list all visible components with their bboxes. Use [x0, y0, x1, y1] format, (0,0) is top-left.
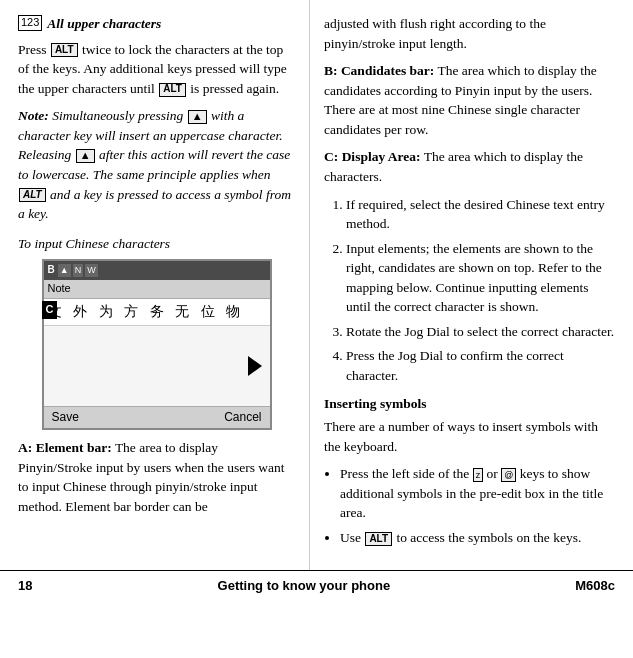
screen-note-label: Note	[48, 282, 71, 294]
main-content: 123 All upper characters Press ALT twice…	[0, 0, 633, 570]
shift-key-2: ▲	[76, 149, 95, 163]
inserting-symbols-heading: Inserting symbols	[324, 394, 615, 414]
chinese-char-bar: 文 外 为 方 务 无 位 物	[44, 299, 270, 326]
section-title: All upper characters	[47, 14, 161, 34]
section-body: Press ALT twice to lock the characters a…	[18, 40, 295, 99]
alt-key-badge: ALT	[51, 43, 78, 57]
step-1: If required, select the desired Chinese …	[346, 195, 615, 234]
steps-list: If required, select the desired Chinese …	[324, 195, 615, 386]
note-text-1: Simultaneously pressing	[49, 108, 184, 123]
footer-page-number: 18	[18, 577, 32, 596]
bullet-1-text-before: Press the left side of the	[340, 466, 469, 481]
cancel-label: Cancel	[224, 409, 261, 426]
toolbar-icons: ▲ N W	[58, 264, 98, 277]
press-label: Press	[18, 42, 47, 57]
a-title: Element bar:	[36, 440, 112, 455]
bullet-2-text-before: Use	[340, 530, 361, 545]
phone-screen-wrapper: B ▲ N W Note 文 外 为	[18, 259, 295, 430]
c-title: Display Area:	[342, 149, 421, 164]
toolbar-icon-note: N	[73, 264, 84, 277]
c-badge: C	[42, 301, 58, 319]
bullet-1-or: or	[487, 466, 502, 481]
inserting-symbols-text: There are a number of ways to insert sym…	[324, 417, 615, 456]
section-header: 123 All upper characters	[18, 14, 295, 34]
c-label: C:	[324, 149, 338, 164]
bullet-1: Press the left side of the z or @ keys t…	[340, 464, 615, 523]
step-4: Press the Jog Dial to confirm the correc…	[346, 346, 615, 385]
chinese-chars-row: 文 外 为 方 务 无 位 物 C	[44, 299, 270, 326]
alt-key-badge-2: ALT	[159, 83, 186, 97]
alt-key-note: ALT	[19, 188, 46, 202]
key-z: z	[473, 468, 484, 482]
step-2: Input elements; the elements are shown t…	[346, 239, 615, 317]
shift-key-1: ▲	[188, 110, 207, 124]
screen-note-bar: Note	[44, 280, 270, 299]
note-paragraph: Note: Simultaneously pressing ▲ with a c…	[18, 106, 295, 223]
alt-key-bullet: ALT	[365, 532, 392, 546]
toolbar-icon-1: ▲	[58, 264, 71, 277]
a-label: A:	[18, 440, 32, 455]
b-label: B:	[324, 63, 338, 78]
screen-bottom-bar: Save Cancel	[44, 406, 270, 428]
footer-title: Getting to know your phone	[218, 577, 391, 596]
play-triangle-icon	[248, 356, 262, 376]
note-text-4: and a key is pressed to access a symbol …	[18, 187, 291, 222]
left-column: 123 All upper characters Press ALT twice…	[0, 0, 310, 570]
phone-toolbar: B ▲ N W	[44, 261, 270, 280]
page-footer: 18 Getting to know your phone M608c	[0, 570, 633, 602]
candidates-bar-description: B: Candidates bar: The area which to dis…	[324, 61, 615, 139]
bullets-list: Press the left side of the z or @ keys t…	[324, 464, 615, 547]
key-at: @	[501, 468, 516, 482]
b-title: Candidates bar:	[341, 63, 434, 78]
right-column: adjusted with flush right according to t…	[310, 0, 633, 570]
body-text-end: is pressed again.	[190, 81, 279, 96]
toolbar-icon-w: W	[85, 264, 98, 277]
note-label: Note:	[18, 108, 49, 123]
step-3: Rotate the Jog Dial to select the correc…	[346, 322, 615, 342]
bullet-2-text-after: to access the symbols on the keys.	[396, 530, 581, 545]
save-label: Save	[52, 409, 79, 426]
page-content: 123 All upper characters Press ALT twice…	[0, 0, 633, 601]
toolbar-b-label: B	[48, 263, 55, 278]
element-bar-description: A: Element bar: The area to display Piny…	[18, 438, 295, 516]
chinese-input-heading: To input Chinese characters	[18, 234, 295, 254]
display-area-description: C: Display Area: The area which to displ…	[324, 147, 615, 186]
continued-text: adjusted with flush right according to t…	[324, 14, 615, 53]
bullet-2: Use ALT to access the symbols on the key…	[340, 528, 615, 548]
screen-content-area	[44, 326, 270, 406]
section-number-box: 123	[18, 15, 42, 31]
toolbar-left: B ▲ N W	[48, 263, 98, 278]
phone-screen: B ▲ N W Note 文 外 为	[42, 259, 272, 430]
footer-model: M608c	[575, 577, 615, 596]
